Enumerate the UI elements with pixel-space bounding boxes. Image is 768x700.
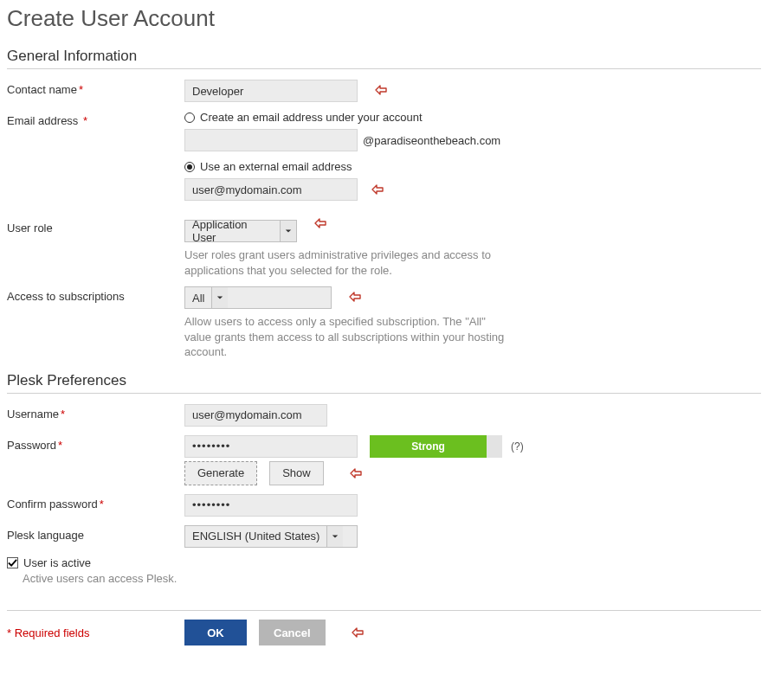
contact-name-label: Contact name* [7,80,184,96]
required-asterisk: * [79,83,83,96]
email-domain-suffix: @paradiseonthebeach.com [363,134,500,147]
required-fields-note: * Required fields [7,626,184,639]
password-input[interactable] [184,435,358,458]
annotation-arrow-icon [352,627,364,638]
language-value: ENGLISH (United States) [185,526,326,547]
password-strength-meter: Strong [370,435,502,458]
generate-password-button[interactable]: Generate [184,461,257,485]
email-create-radio-label: Create an email address under your accou… [200,111,423,124]
user-active-checkbox[interactable] [7,557,18,568]
email-external-radio-label: Use an external email address [200,160,352,173]
confirm-password-label: Confirm password* [7,494,184,511]
password-help-icon[interactable]: (?) [511,440,524,453]
email-create-localpart-input[interactable] [184,129,358,151]
subscriptions-value: All [185,287,211,308]
required-asterisk: * [83,114,87,127]
email-create-radio[interactable] [184,112,195,123]
annotation-arrow-icon [371,184,384,195]
contact-name-input[interactable] [184,80,358,102]
user-role-help: User roles grant users administrative pr… [184,247,513,278]
email-label: Email address * [7,111,184,127]
confirm-password-input[interactable] [184,494,358,517]
annotation-arrow-icon [314,218,326,228]
username-label: Username* [7,404,184,421]
annotation-arrow-icon [350,468,362,478]
subscriptions-help: Allow users to access only a specified s… [184,314,513,360]
subscriptions-label: Access to subscriptions [7,286,184,303]
language-select[interactable]: ENGLISH (United States) [184,525,358,548]
ok-button[interactable]: OK [184,620,247,645]
section-plesk-heading: Plesk Preferences [7,372,761,394]
cancel-button[interactable]: Cancel [259,620,326,645]
email-external-input[interactable] [184,178,358,201]
subscriptions-select[interactable]: All [184,286,332,309]
language-label: Plesk language [7,525,184,542]
page-title: Create User Account [7,5,761,32]
chevron-down-icon [326,526,343,547]
chevron-down-icon [280,221,296,241]
section-general-heading: General Information [7,48,761,69]
user-role-select[interactable]: Application User [184,220,297,242]
user-role-value: Application User [185,221,280,241]
user-active-help: Active users can access Plesk. [23,571,177,587]
chevron-down-icon [211,287,228,308]
username-input[interactable] [184,404,327,427]
annotation-arrow-icon [349,292,361,302]
annotation-arrow-icon [375,85,387,95]
user-active-label: User is active [23,556,91,569]
show-password-button[interactable]: Show [269,461,324,485]
password-strength-label: Strong [370,435,487,458]
email-external-radio[interactable] [184,162,195,172]
user-role-label: User role [7,218,184,234]
password-label: Password* [7,435,184,452]
